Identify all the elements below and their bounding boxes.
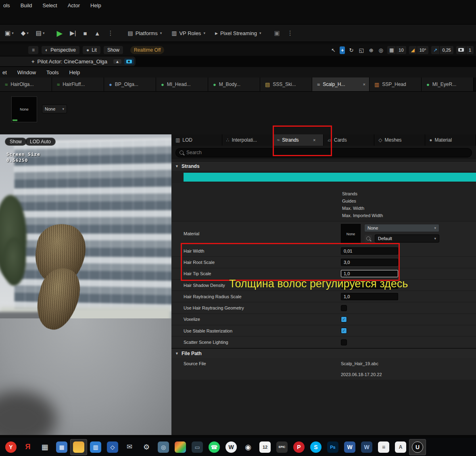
details-tab-interpolati[interactable]: ∴Interpolati... (222, 134, 273, 146)
taskbar-skype[interactable]: S (307, 439, 324, 455)
scale-tool-icon[interactable]: ◱ (357, 46, 365, 54)
taskbar-yandex-browser[interactable]: Y (2, 439, 19, 455)
taskbar-text-app[interactable]: A (392, 439, 409, 455)
material-none-dropdown[interactable]: None ▾ (364, 224, 439, 232)
taskbar-photoshop[interactable]: Ps (324, 439, 341, 455)
camera-view-toggle[interactable] (124, 59, 134, 65)
blueprints-button[interactable]: ◆▾ (19, 28, 30, 38)
asset-tab[interactable]: ●BP_Olga... (104, 77, 156, 91)
lit-dropdown[interactable]: ● Lit (83, 46, 100, 54)
taskbar-mail-app[interactable]: ✉ (121, 439, 138, 455)
surface-snap-icon[interactable]: ◎ (378, 46, 384, 54)
stop-piloting-button[interactable]: ▲ (113, 59, 121, 64)
taskbar-word[interactable]: W (341, 439, 358, 455)
asset-tab[interactable]: ●MI_Head... (156, 77, 208, 91)
details-tab-meshes[interactable]: ◇Meshes (374, 134, 425, 146)
menu-item[interactable]: Tools (46, 69, 58, 75)
taskbar-word-alt[interactable]: W (358, 439, 375, 455)
menu-item[interactable]: Build (21, 2, 32, 8)
menu-item[interactable]: Help (90, 2, 101, 8)
close-icon[interactable]: × (363, 82, 365, 87)
taskbar-camera-app[interactable]: ◉ (240, 439, 257, 455)
cinematics-button[interactable]: ▤▾ (34, 28, 46, 38)
taskbar-wiki-app[interactable]: W (223, 439, 240, 455)
taskbar-start-menu[interactable]: ▦ (36, 439, 53, 455)
material-thumbnail[interactable]: None (341, 224, 361, 244)
rotate-tool-icon[interactable]: ↻ (348, 46, 355, 54)
grid-snap-control[interactable]: ▦ 10 (387, 46, 406, 54)
vp-roles-dropdown[interactable]: ▥ VP Roles ▾ (168, 28, 209, 38)
menu-item[interactable]: Actor (68, 2, 80, 8)
strands-section-header[interactable]: ▼ Strands (171, 161, 476, 171)
taskbar-device-app[interactable]: ◎ (155, 439, 172, 455)
asset-tab[interactable]: ≈Scalp_H...× (312, 77, 370, 91)
asset-tab[interactable]: ▥SSP_Head (370, 77, 422, 91)
play-options-menu[interactable]: ⋮ (106, 29, 116, 37)
play-button[interactable]: ▶ (55, 27, 65, 39)
frame-skip-button[interactable]: ▶| (68, 28, 77, 38)
viewport-lod-button[interactable]: LOD Auto (25, 138, 56, 146)
viewport-panel[interactable]: Show LOD Auto Screen Size 0.56250 (0, 134, 172, 435)
scale-snap-control[interactable]: ↗ 0,25 (431, 46, 453, 54)
property-checkbox[interactable]: ✓ (341, 328, 347, 334)
property-input[interactable]: 0,01 (341, 247, 398, 255)
property-checkbox[interactable]: ✓ (341, 316, 347, 322)
asset-tab[interactable]: ≈HairFluff... (52, 77, 104, 91)
menu-item[interactable]: Help (69, 69, 80, 75)
taskbar-ms-store[interactable]: ▥ (87, 439, 104, 455)
toolbar-options-menu[interactable]: ⋮ (286, 29, 295, 37)
viewport-show-button[interactable]: Show (5, 138, 27, 146)
perspective-dropdown[interactable]: ◐ Perspective (42, 46, 79, 54)
eject-button[interactable]: ▲ (93, 29, 102, 38)
taskbar-calendar-app[interactable]: 12 (257, 439, 273, 455)
property-input[interactable]: 1,0 (341, 270, 398, 277)
taskbar-calculator[interactable]: ▦ (53, 439, 70, 455)
menu-item[interactable]: Select (43, 2, 57, 8)
show-dropdown[interactable]: Show (104, 46, 123, 54)
asset-none-dropdown[interactable]: None ▾ (42, 105, 67, 113)
material-slot-dropdown[interactable]: Default ▾ (375, 234, 439, 243)
details-tab-cards[interactable]: ▱Cards (324, 134, 374, 146)
asset-tab[interactable]: ▤SSS_Ski... (260, 77, 312, 91)
asset-tab[interactable]: ●M_Body... (208, 77, 260, 91)
file-path-section-header[interactable]: ▼ File Path (171, 348, 476, 358)
asset-thumbnail[interactable]: None (11, 96, 37, 122)
asset-tab[interactable]: ≈HairOlga... (0, 77, 52, 91)
taskbar-remote-desktop[interactable]: ▭ (189, 439, 206, 455)
capture-button[interactable]: ▣ (273, 28, 282, 38)
details-tab-strands[interactable]: ≈Strands× (273, 134, 324, 146)
property-input[interactable]: 3,0 (341, 259, 398, 266)
details-tab-lod[interactable]: ▥LOD (171, 134, 222, 146)
property-checkbox[interactable] (341, 339, 347, 345)
menu-item[interactable]: ols (3, 2, 10, 8)
create-actor-button[interactable]: ▣▾ (3, 28, 15, 38)
pixel-streaming-dropdown[interactable]: ▸ Pixel Streaming ▾ (212, 28, 265, 38)
taskbar-whatsapp[interactable]: ☎ (206, 439, 223, 455)
viewport-canvas[interactable] (0, 134, 171, 435)
taskbar-unreal-engine[interactable]: U (409, 439, 426, 455)
taskbar-yandex-search[interactable]: Я (19, 439, 36, 455)
viewport-menu-button[interactable]: ≡ (28, 46, 38, 54)
property-checkbox[interactable] (341, 305, 347, 311)
move-tool-icon[interactable]: + (340, 46, 345, 54)
stop-button[interactable]: ■ (82, 29, 89, 38)
property-input[interactable]: 1,0 (341, 293, 398, 300)
world-space-icon[interactable]: ⊕ (368, 46, 375, 54)
realtime-off-badge[interactable]: Realtime Off (130, 46, 164, 54)
material-browse-button[interactable] (365, 235, 372, 242)
taskbar-settings[interactable]: ⚙ (138, 439, 155, 455)
select-tool-icon[interactable]: ↖ (330, 46, 337, 54)
search-input[interactable]: Search (175, 148, 472, 157)
camera-speed-control[interactable]: 1 (456, 46, 474, 54)
taskbar-notes-app[interactable]: ≡ (375, 439, 392, 455)
taskbar-epic-games[interactable]: EPIC (273, 439, 290, 455)
details-tab-material[interactable]: ●Material (425, 134, 476, 146)
menu-item[interactable]: Window (17, 69, 36, 75)
taskbar-pinterest[interactable]: P (290, 439, 307, 455)
rotation-snap-control[interactable]: ◢ 10° (409, 46, 429, 54)
asset-tab[interactable]: ●MI_EyeR... (422, 77, 474, 91)
close-icon[interactable]: × (313, 138, 315, 142)
taskbar-file-explorer[interactable] (70, 439, 87, 455)
platforms-dropdown[interactable]: ▤ Platforms ▾ (125, 28, 165, 38)
taskbar-media-app[interactable] (172, 439, 189, 455)
